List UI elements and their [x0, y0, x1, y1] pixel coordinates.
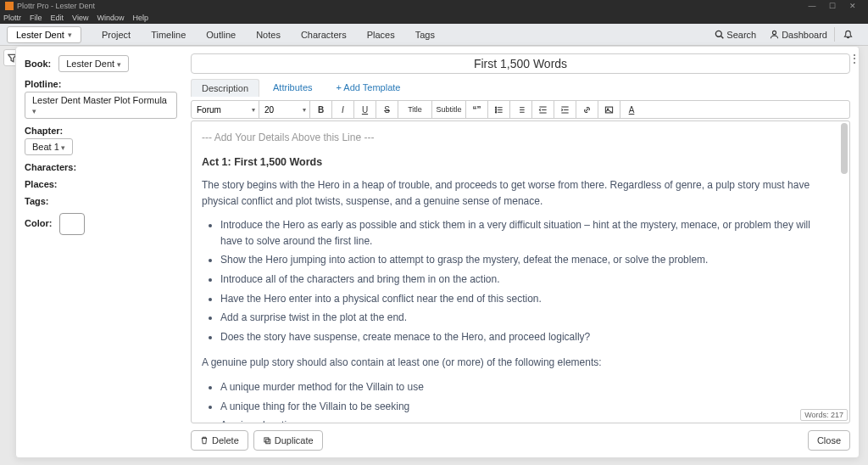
chapter-label: Chapter: — [25, 126, 177, 136]
elements-list: A unique murder method for the Villain t… — [220, 379, 834, 423]
user-icon — [770, 30, 779, 39]
list-item: Introduce all of the characters and brin… — [220, 272, 834, 288]
nav-project[interactable]: Project — [92, 30, 141, 40]
menu-plottr[interactable]: Plottr — [3, 14, 21, 22]
svg-point-2 — [773, 31, 776, 34]
bell-icon — [843, 30, 853, 39]
link-icon — [582, 105, 592, 115]
svg-point-7 — [495, 111, 496, 112]
nav-characters[interactable]: Characters — [291, 30, 357, 40]
tab-description[interactable]: Description — [191, 79, 259, 97]
image-icon — [604, 105, 614, 115]
word-count: Words: 217 — [800, 409, 848, 421]
main-toolbar: Lester Dent Project Timeline Outline Not… — [0, 24, 868, 46]
project-dropdown[interactable]: Lester Dent — [7, 26, 81, 43]
list-item: Add a surprise twist in the plot at the … — [220, 310, 834, 326]
modal-footer: Delete Duplicate Close — [191, 423, 850, 451]
places-label: Places: — [25, 179, 177, 189]
outdent-icon — [538, 105, 548, 115]
fontsize-select[interactable]: 20 — [259, 101, 310, 118]
strike-button[interactable]: S — [376, 101, 398, 118]
window-maximize[interactable]: ☐ — [822, 2, 843, 10]
search-button[interactable]: Search — [708, 27, 763, 42]
title-format-button[interactable]: Title — [398, 101, 432, 118]
window-title: Plottr Pro - Lester Dent — [17, 2, 95, 10]
indent-button[interactable] — [554, 101, 576, 118]
menu-help[interactable]: Help — [132, 14, 148, 22]
intro-paragraph: The story begins with the Hero in a heap… — [202, 177, 834, 209]
number-list-icon — [516, 105, 526, 115]
bullet-list-icon — [494, 105, 504, 115]
italic-button[interactable]: I — [332, 101, 354, 118]
characters-label: Characters: — [25, 162, 177, 172]
window-close[interactable]: ✕ — [843, 2, 863, 10]
tags-label: Tags: — [25, 196, 177, 206]
menu-window[interactable]: Window — [97, 14, 124, 22]
underline-button[interactable]: U — [354, 101, 376, 118]
menu-view[interactable]: View — [72, 14, 88, 22]
editor-area[interactable]: --- Add Your Details Above this Line ---… — [191, 120, 850, 423]
trash-icon — [200, 436, 209, 445]
instructions-list: Introduce the Hero as early as possible … — [220, 217, 834, 345]
nav-notes[interactable]: Notes — [246, 30, 291, 40]
bullet-list-button[interactable] — [488, 101, 510, 118]
delete-button[interactable]: Delete — [191, 430, 248, 451]
indent-icon — [560, 105, 570, 115]
color-swatch[interactable] — [59, 213, 85, 235]
copy-icon — [263, 436, 271, 445]
tab-add-template[interactable]: + Add Template — [326, 79, 411, 97]
window-minimize[interactable]: — — [802, 2, 822, 10]
svg-line-1 — [721, 36, 724, 39]
card-title-input[interactable]: First 1,500 Words — [191, 53, 850, 74]
book-label: Book: — [25, 59, 51, 69]
svg-point-0 — [716, 31, 722, 36]
nav-outline[interactable]: Outline — [196, 30, 246, 40]
duplicate-button[interactable]: Duplicate — [253, 430, 323, 451]
tab-attributes[interactable]: Attributes — [263, 79, 322, 97]
image-button[interactable] — [598, 101, 620, 118]
svg-point-5 — [495, 109, 496, 109]
list-item: Have the Hero enter into a physical conf… — [220, 291, 834, 307]
link-button[interactable] — [576, 101, 598, 118]
more-menu-button[interactable]: ⋮ — [849, 52, 860, 65]
nav-places[interactable]: Places — [357, 30, 405, 40]
nav-tags[interactable]: Tags — [405, 30, 445, 40]
app-icon — [5, 2, 14, 10]
close-button[interactable]: Close — [808, 430, 850, 451]
textcolor-button[interactable]: A — [620, 101, 643, 118]
search-icon — [715, 30, 724, 39]
svg-point-3 — [495, 107, 496, 108]
act-heading: Act 1: First 1,500 Words — [202, 154, 834, 171]
editor-hint: --- Add Your Details Above this Line --- — [202, 130, 834, 146]
plotline-select[interactable]: Lester Dent Master Plot Formula — [25, 92, 177, 119]
chapter-select[interactable]: Beat 1 — [25, 138, 73, 155]
elements-intro: A genuine pulp story should also contain… — [202, 355, 834, 371]
plotline-label: Plotline: — [25, 79, 177, 89]
book-select[interactable]: Lester Dent — [58, 55, 128, 72]
font-select[interactable]: Forum — [192, 101, 259, 118]
quote-button[interactable]: “” — [466, 101, 488, 118]
subtitle-format-button[interactable]: Subtitle — [432, 101, 466, 118]
notifications-button[interactable] — [834, 27, 861, 42]
nav-timeline[interactable]: Timeline — [141, 30, 196, 40]
list-item: A unique location — [220, 417, 834, 423]
list-item: A unique thing for the Villain to be see… — [220, 399, 834, 415]
list-item: Does the story have suspense, create men… — [220, 329, 834, 345]
list-item: Show the Hero jumping into action to att… — [220, 252, 834, 268]
card-editor-modal: Book: Lester Dent Plotline: Lester Dent … — [15, 46, 860, 458]
dashboard-button[interactable]: Dashboard — [763, 27, 834, 42]
outdent-button[interactable] — [532, 101, 554, 118]
number-list-button[interactable] — [510, 101, 532, 118]
app-menubar: Plottr File Edit View Window Help — [0, 12, 868, 24]
color-label: Color: — [25, 218, 52, 228]
menu-file[interactable]: File — [30, 14, 42, 22]
bold-button[interactable]: B — [310, 101, 332, 118]
editor-toolbar: Forum 20 B I U S Title Subtitle “” A — [191, 100, 850, 119]
menu-edit[interactable]: Edit — [51, 14, 64, 22]
list-item: A unique murder method for the Villain t… — [220, 379, 834, 395]
window-titlebar: Plottr Pro - Lester Dent — ☐ ✕ — [0, 0, 868, 12]
svg-rect-20 — [264, 438, 269, 442]
card-tabs: Description Attributes + Add Template — [191, 79, 850, 97]
list-item: Introduce the Hero as early as possible … — [220, 217, 834, 249]
svg-rect-21 — [266, 440, 270, 444]
